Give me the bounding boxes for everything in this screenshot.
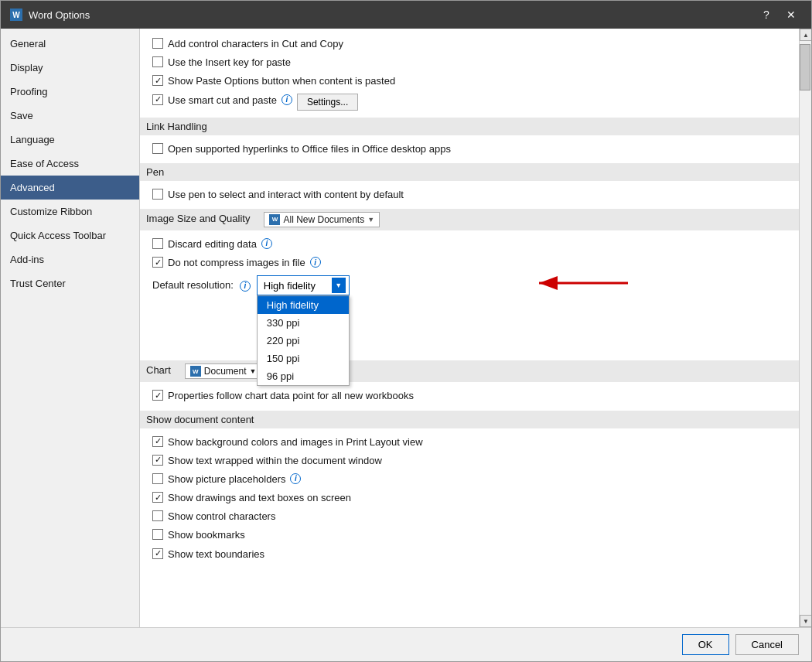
properties-follow-checkbox[interactable] (152, 390, 163, 401)
open-hyperlinks-row: Open supported hyperlinks to Office file… (152, 140, 786, 159)
word-options-dialog: W Word Options ? ✕ General Display Proof… (0, 0, 812, 662)
show-picture-placeholders-label: Show picture placeholders (168, 473, 285, 486)
scroll-thumb-area (800, 41, 811, 615)
chart-dropdown-arrow-icon: ▼ (250, 367, 257, 375)
use-smart-cut-row: Use smart cut and paste i Settings... (152, 91, 786, 113)
sidebar-item-general[interactable]: General (1, 32, 139, 56)
sidebar-item-customize-ribbon[interactable]: Customize Ribbon (1, 200, 139, 224)
sidebar-item-trust-center[interactable]: Trust Center (1, 271, 139, 295)
resolution-option-high-fidelity[interactable]: High fidelity (258, 296, 349, 314)
link-handling-header: Link Handling (140, 118, 799, 135)
show-control-chars-label: Show control characters (168, 510, 275, 524)
use-insert-key-checkbox[interactable] (152, 56, 163, 67)
show-drawings-label: Show drawings and text boxes on screen (168, 491, 351, 505)
properties-follow-row: Properties follow chart data point for a… (152, 387, 786, 405)
show-drawings-checkbox[interactable] (152, 492, 163, 503)
chart-doc-icon: W (190, 366, 201, 377)
sidebar-item-save[interactable]: Save (1, 104, 139, 128)
dialog-footer: OK Cancel (1, 627, 811, 661)
use-pen-label: Use pen to select and interact with cont… (168, 188, 404, 202)
content-with-scroll: Add control characters in Cut and Copy U… (140, 29, 811, 627)
show-doc-content-header: Show document content (140, 411, 799, 428)
properties-follow-label: Properties follow chart data point for a… (168, 389, 414, 403)
resolution-option-330ppi[interactable]: 330 ppi (258, 314, 349, 332)
show-paste-options-label: Show Paste Options button when content i… (168, 74, 395, 88)
show-text-wrapped-checkbox[interactable] (152, 455, 163, 466)
sidebar-item-advanced[interactable]: Advanced (1, 176, 139, 200)
do-not-compress-checkbox[interactable] (152, 257, 163, 268)
all-new-documents-dropdown[interactable]: W All New Documents ▼ (264, 212, 380, 227)
scrollbar-track: ▲ ▼ (799, 29, 811, 627)
discard-editing-data-row: Discard editing data i (152, 235, 786, 254)
chart-dropdown[interactable]: W Document ▼ (185, 363, 262, 379)
use-smart-cut-info-icon: i (281, 94, 292, 105)
show-text-boundaries-label: Show text boundaries (168, 548, 264, 561)
title-bar: W Word Options ? ✕ (1, 1, 811, 29)
scroll-down-button[interactable]: ▼ (800, 615, 811, 627)
word-icon: W (10, 9, 22, 21)
resolution-option-150ppi[interactable]: 150 ppi (258, 350, 349, 367)
settings-button[interactable]: Settings... (297, 94, 358, 111)
show-control-chars-row: Show control characters (152, 507, 786, 526)
add-control-chars-checkbox[interactable] (152, 38, 163, 49)
show-drawings-row: Show drawings and text boxes on screen (152, 489, 786, 507)
use-smart-cut-checkbox[interactable] (152, 94, 163, 105)
discard-editing-data-checkbox[interactable] (152, 238, 163, 249)
show-bookmarks-label: Show bookmarks (168, 528, 245, 542)
sidebar: General Display Proofing Save Language E… (1, 29, 140, 627)
resolution-dropdown-btn[interactable]: High fidelity ▼ (257, 275, 350, 295)
do-not-compress-label: Do not compress images in file (168, 256, 305, 270)
use-insert-key-label: Use the Insert key for paste (168, 56, 291, 70)
resolution-dropdown-arrow-icon: ▼ (332, 278, 346, 293)
sidebar-item-addins[interactable]: Add-ins (1, 247, 139, 271)
default-resolution-row: Default resolution: i High fidelity ▼ Hi… (152, 272, 786, 299)
show-bookmarks-row: Show bookmarks (152, 526, 786, 544)
red-arrow-svg (531, 274, 632, 292)
use-insert-key-row: Use the Insert key for paste (152, 53, 786, 72)
sidebar-item-language[interactable]: Language (1, 128, 139, 152)
show-paste-options-row: Show Paste Options button when content i… (152, 72, 786, 90)
scroll-thumb[interactable] (800, 44, 810, 90)
resolution-dropdown-menu: High fidelity 330 ppi 220 ppi 150 ppi 96… (257, 295, 350, 386)
show-text-wrapped-row: Show text wrapped within the document wi… (152, 452, 786, 470)
sidebar-item-ease-of-access[interactable]: Ease of Access (1, 152, 139, 176)
picture-placeholders-info-icon: i (290, 473, 301, 484)
default-resolution-label: Default resolution: (152, 278, 234, 292)
dialog-body: General Display Proofing Save Language E… (1, 29, 811, 627)
show-background-colors-checkbox[interactable] (152, 436, 163, 447)
show-text-boundaries-row: Show text boundaries (152, 545, 786, 564)
add-control-chars-row: Add control characters in Cut and Copy (152, 35, 786, 53)
pen-header: Pen (140, 163, 799, 181)
resolution-info-icon: i (240, 281, 251, 292)
show-text-boundaries-checkbox[interactable] (152, 548, 163, 559)
use-smart-cut-label: Use smart cut and paste (168, 94, 277, 107)
show-paste-options-checkbox[interactable] (152, 75, 163, 86)
main-content-area: Add control characters in Cut and Copy U… (140, 29, 799, 627)
dialog-title: Word Options (29, 9, 90, 21)
show-picture-placeholders-row: Show picture placeholders i (152, 470, 786, 489)
sidebar-item-proofing[interactable]: Proofing (1, 80, 139, 104)
image-size-quality-header: Image Size and Quality W All New Documen… (140, 209, 799, 230)
show-text-wrapped-label: Show text wrapped within the document wi… (168, 454, 382, 468)
scroll-up-button[interactable]: ▲ (800, 29, 811, 41)
show-background-colors-label: Show background colors and images in Pri… (168, 435, 423, 449)
show-bookmarks-checkbox[interactable] (152, 529, 163, 540)
show-control-chars-checkbox[interactable] (152, 510, 163, 521)
sidebar-item-display[interactable]: Display (1, 56, 139, 80)
discard-editing-data-label: Discard editing data (168, 237, 257, 251)
cancel-button[interactable]: Cancel (735, 634, 799, 655)
sidebar-item-quick-access[interactable]: Quick Access Toolbar (1, 224, 139, 247)
title-bar-left: W Word Options (10, 9, 90, 21)
resolution-option-96ppi[interactable]: 96 ppi (258, 367, 349, 385)
resolution-option-220ppi[interactable]: 220 ppi (258, 332, 349, 350)
dropdown-arrow-icon: ▼ (367, 216, 374, 224)
use-pen-row: Use pen to select and interact with cont… (152, 186, 786, 204)
close-button[interactable]: ✕ (780, 7, 802, 22)
ok-button[interactable]: OK (682, 634, 729, 655)
show-picture-placeholders-checkbox[interactable] (152, 473, 163, 484)
show-background-colors-row: Show background colors and images in Pri… (152, 433, 786, 452)
open-hyperlinks-checkbox[interactable] (152, 143, 163, 154)
chart-header: Chart W Document ▼ (140, 360, 799, 382)
use-pen-checkbox[interactable] (152, 189, 163, 200)
help-button[interactable]: ? (756, 7, 777, 22)
